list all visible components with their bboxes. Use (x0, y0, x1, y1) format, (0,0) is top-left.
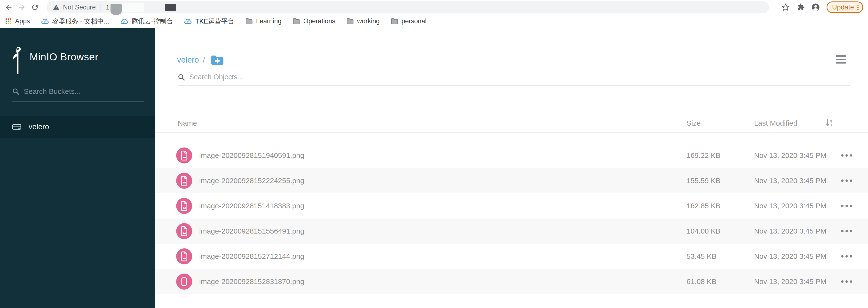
table-row[interactable]: image-20200928151940591.png 169.22 KB No… (155, 143, 868, 168)
reload-icon (31, 3, 39, 11)
bookmark-label: Apps (15, 18, 30, 25)
chrome-update-button[interactable]: Update (827, 1, 863, 13)
table-row[interactable]: image-20200928152831870.png 61.08 KB Nov… (155, 269, 868, 294)
update-label: Update (832, 3, 854, 11)
object-actions-button[interactable] (841, 143, 852, 168)
column-header-name[interactable]: Name (178, 119, 197, 127)
generic-file-icon (180, 277, 188, 287)
column-header-size[interactable]: Size (686, 119, 701, 127)
minio-bird-icon (12, 47, 23, 75)
bookmark-icon (293, 18, 300, 24)
breadcrumb: velero / (177, 55, 223, 65)
avatar-icon (811, 3, 820, 11)
bookmark-label: personal (402, 18, 427, 25)
reload-button[interactable] (30, 2, 40, 12)
object-size: 155.59 KB (686, 168, 720, 193)
object-table: image-20200928151940591.png 169.22 KB No… (155, 143, 868, 294)
bucket-search (12, 87, 144, 102)
url-redaction-block (165, 4, 176, 11)
back-button[interactable] (4, 2, 13, 12)
sidebar-toggle-button[interactable] (836, 55, 846, 63)
forward-button[interactable] (17, 2, 27, 12)
address-bar[interactable]: Not Secure 1 (46, 1, 769, 13)
bookmark-label: Learning (256, 18, 282, 25)
object-actions-button[interactable] (841, 269, 852, 294)
object-actions-button[interactable] (841, 168, 852, 193)
bookmark-label: working (357, 18, 380, 25)
main-content: velero / Name Size Last Modified (155, 28, 868, 308)
sidebar: MinIO Browser velero (0, 28, 155, 308)
object-modified: Nov 13, 2020 3:45 PM (754, 269, 827, 294)
url-redaction-block (122, 3, 144, 12)
object-modified: Nov 13, 2020 3:45 PM (754, 193, 827, 219)
object-actions-button[interactable] (841, 244, 852, 269)
bookmark-label: 容器服务 - 文档中... (52, 17, 110, 26)
sidebar-bucket-item[interactable]: velero (0, 116, 155, 138)
object-actions-button[interactable] (841, 219, 852, 244)
folder-icon (346, 18, 354, 24)
object-actions-button[interactable] (841, 193, 852, 219)
object-name: image-20200928152712144.png (199, 244, 304, 269)
image-file-icon (180, 175, 188, 186)
chrome-menu-kebab-icon[interactable] (857, 5, 859, 10)
search-icon (178, 74, 185, 81)
not-secure-warning-icon (53, 4, 60, 10)
object-name: image-20200928151556491.png (199, 219, 304, 244)
table-row[interactable]: image-20200928152224255.png 155.59 KB No… (155, 168, 868, 193)
bookmark-item[interactable]: personal (391, 18, 427, 25)
sort-numeric-desc-icon[interactable]: 91 (826, 119, 832, 127)
bucket-name: velero (29, 122, 49, 131)
object-size: 169.22 KB (686, 143, 720, 168)
bookmark-item[interactable]: 腾讯云-控制台 (120, 17, 173, 26)
folder-icon (391, 18, 398, 24)
object-name: image-20200928152831870.png (199, 269, 304, 294)
bookmark-label: 腾讯云-控制台 (131, 17, 173, 26)
bookmark-icon (41, 18, 49, 25)
url-text: 1 (106, 4, 110, 11)
table-row[interactable]: image-20200928151556491.png 104.00 KB No… (155, 219, 868, 244)
bookmark-item[interactable]: working (346, 18, 380, 25)
bookmark-star-button[interactable] (781, 3, 790, 12)
table-row[interactable]: image-20200928152712144.png 53.45 KB Nov… (155, 244, 868, 269)
object-size: 53.45 KB (686, 244, 716, 269)
object-name: image-20200928151940591.png (199, 143, 304, 168)
create-folder-button[interactable] (211, 55, 223, 65)
object-modified: Nov 13, 2020 3:45 PM (754, 168, 827, 193)
puzzle-icon (797, 3, 805, 11)
bookmark-item[interactable]: Apps (5, 18, 30, 25)
not-secure-label: Not Secure (63, 4, 96, 11)
bucket-drive-icon (12, 123, 21, 131)
object-size: 61.08 KB (686, 269, 716, 294)
bookmarks-bar: Apps 容器服务 - 文档中... 腾讯云-控制台 TKE运营平台 Learn… (0, 15, 868, 28)
object-search-input[interactable] (189, 73, 850, 81)
browser-toolbar: Not Secure 1 Update (0, 0, 868, 15)
bookmark-item[interactable]: Learning (246, 18, 282, 25)
breadcrumb-separator: / (203, 55, 205, 64)
object-search (178, 73, 850, 86)
folder-icon (293, 18, 300, 24)
bucket-search-input[interactable] (24, 87, 144, 95)
bookmark-icon (120, 18, 128, 25)
address-divider (100, 4, 101, 11)
object-name: image-20200928152224255.png (199, 168, 304, 193)
object-name: image-20200928151418383.png (199, 193, 304, 219)
url-redaction-block (111, 4, 122, 15)
extensions-button[interactable] (796, 3, 805, 12)
bookmark-item[interactable]: TKE运营平台 (184, 17, 234, 26)
star-icon (781, 3, 790, 11)
bookmark-item[interactable]: 容器服务 - 文档中... (41, 17, 110, 26)
table-header: Name Size Last Modified 91 (155, 119, 868, 133)
image-file-icon (180, 201, 188, 211)
profile-button[interactable] (811, 3, 820, 12)
bookmark-icon (246, 18, 253, 24)
breadcrumb-bucket-link[interactable]: velero (177, 55, 199, 64)
object-type-icon (176, 147, 192, 164)
image-file-icon (180, 226, 188, 236)
folder-icon (246, 18, 253, 24)
table-row[interactable]: image-20200928151418383.png 162.85 KB No… (155, 193, 868, 219)
forward-arrow-icon (18, 3, 26, 11)
bookmark-item[interactable]: Operations (293, 18, 335, 25)
object-modified: Nov 13, 2020 3:45 PM (754, 143, 827, 168)
column-header-modified[interactable]: Last Modified (754, 119, 797, 127)
image-file-icon (180, 251, 188, 261)
